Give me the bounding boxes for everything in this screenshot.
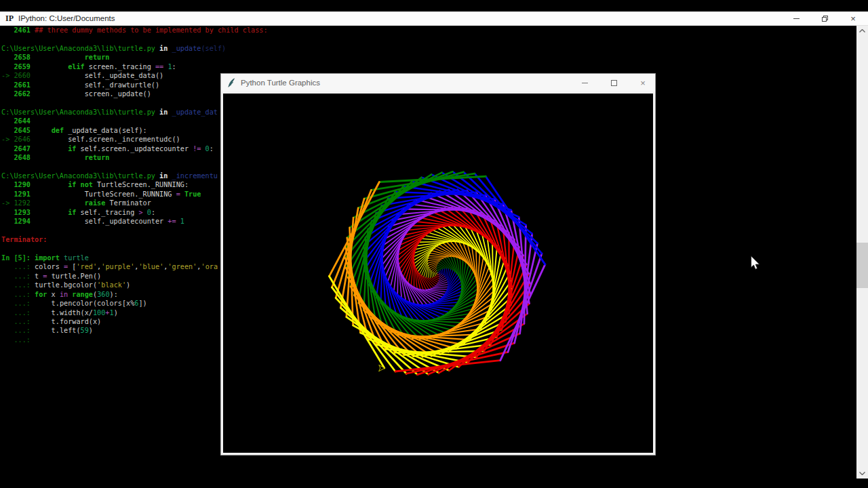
console-scrollbar[interactable]: [856, 26, 868, 479]
minimize-icon: [793, 18, 800, 19]
scrollbar-thumb[interactable]: [856, 243, 868, 288]
turtle-graphics-window: Python Turtle Graphics ×: [220, 73, 656, 455]
restore-icon: [822, 16, 828, 22]
console-line: [1, 35, 856, 43]
scroll-down-button[interactable]: [856, 468, 868, 479]
maximize-icon: [611, 80, 617, 86]
turtle-titlebar[interactable]: Python Turtle Graphics ×: [221, 74, 655, 92]
console-restore-button[interactable]: [819, 14, 830, 24]
turtle-minimize-button[interactable]: [579, 77, 590, 88]
scroll-up-button[interactable]: [856, 26, 868, 36]
console-line: 2659 elif screen._tracing == 1:: [1, 62, 856, 71]
minimize-icon: [582, 83, 588, 83]
turtle-spiral-canvas: [223, 94, 653, 453]
console-minimize-button[interactable]: [791, 14, 802, 24]
turtle-maximize-button[interactable]: [608, 77, 619, 88]
console-window-title: IPython: C:User/Documents: [18, 14, 115, 22]
mouse-cursor-icon: [750, 256, 762, 270]
chevron-down-icon: [859, 472, 865, 475]
close-icon: ×: [850, 14, 856, 23]
turtle-canvas-area: [223, 94, 653, 453]
console-close-button[interactable]: ×: [848, 14, 859, 24]
tk-feather-icon: [227, 78, 236, 87]
console-titlebar: IP IPython: C:User/Documents ×: [0, 12, 868, 26]
screen: IP IPython: C:User/Documents × 2461 ## t…: [0, 0, 868, 488]
close-icon: ×: [640, 79, 646, 87]
chevron-up-icon: [859, 29, 865, 33]
console-line: 2658 return: [1, 53, 856, 62]
console-line: 2461 ## three dummy methods to be implem…: [1, 26, 856, 35]
console-line: C:\Users\User\Anaconda3\lib\turtle.py in…: [1, 44, 856, 53]
ipython-app-icon: IP: [5, 14, 14, 24]
turtle-window-title: Python Turtle Graphics: [241, 79, 320, 87]
turtle-close-button[interactable]: ×: [637, 77, 648, 88]
